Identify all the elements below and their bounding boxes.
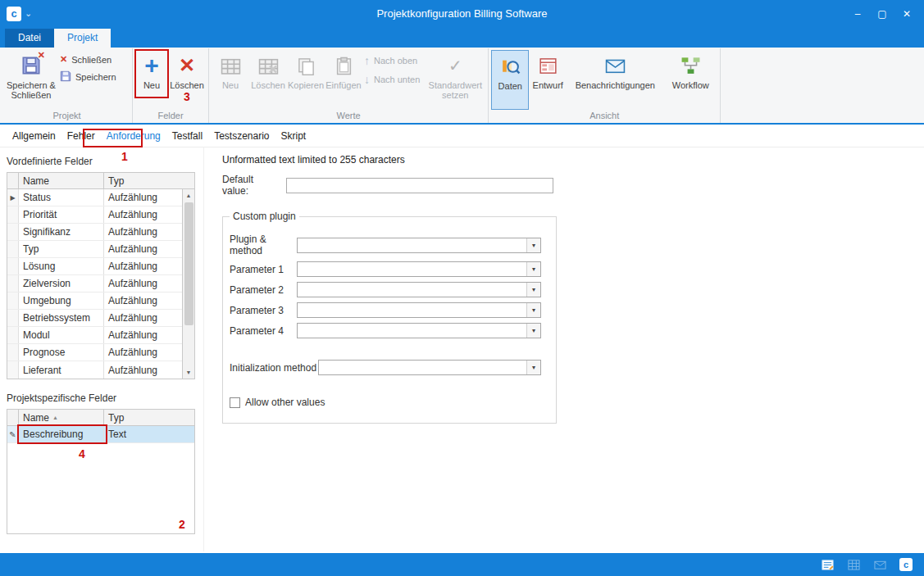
table-row[interactable]: ▶ Status Aufzählung: [7, 189, 182, 206]
sort-ascending-icon: ▲: [52, 415, 58, 420]
quick-access-caret-icon[interactable]: ⌄: [25, 8, 32, 19]
statusbar-grid-icon[interactable]: [847, 558, 860, 571]
copy-value-button[interactable]: Kopieren: [287, 50, 325, 110]
delete-field-icon: ✕: [179, 53, 195, 78]
new-field-button[interactable]: + Neu: [135, 50, 168, 110]
group-label-ansicht: Ansicht: [489, 110, 720, 123]
save-project-icon: [60, 70, 71, 84]
view-daten-button[interactable]: Daten: [491, 50, 529, 110]
tab-anforderung[interactable]: Anforderung: [101, 126, 166, 146]
column-header-name[interactable]: Name: [19, 173, 104, 188]
table-row[interactable]: TypAufzählung: [7, 241, 182, 258]
statusbar-mail-icon[interactable]: [873, 558, 886, 571]
column-header-name[interactable]: Name▲: [19, 410, 104, 425]
default-value-label: Default value:: [222, 174, 280, 197]
save-close-icon: ✕: [21, 53, 41, 78]
new-value-icon: [221, 53, 241, 78]
set-default-button[interactable]: ✓ Standardwert setzen: [425, 50, 485, 110]
table-row[interactable]: PrognoseAufzählung: [7, 344, 182, 361]
column-header-typ[interactable]: Typ: [104, 410, 194, 425]
maximize-button[interactable]: ▢: [870, 3, 894, 25]
content-area: Vordefinierte Felder Name Typ ▶ Status A…: [0, 147, 924, 551]
table-header: Name Typ: [7, 173, 194, 189]
new-value-label: Neu: [222, 80, 239, 90]
move-down-button[interactable]: ↓ Nach unten: [362, 72, 425, 87]
view-tab-strip: Allgemein Fehler Anforderung Testfall Te…: [0, 125, 924, 147]
allow-other-values-checkbox[interactable]: [230, 397, 240, 408]
table-row[interactable]: BetriebssystemAufzählung: [7, 310, 182, 327]
close-button[interactable]: ✕: [894, 3, 919, 25]
copy-value-label: Kopieren: [288, 80, 324, 90]
ribbon-tab-projekt[interactable]: Projekt: [54, 29, 111, 48]
field-detail-panel: Unformatted text limited to 255 characte…: [203, 147, 924, 551]
daten-label: Daten: [498, 81, 522, 91]
scroll-down-icon[interactable]: ▼: [183, 366, 195, 379]
dropdown-arrow-icon[interactable]: ▾: [526, 324, 540, 338]
set-default-icon: ✓: [448, 53, 462, 78]
table-header: Name▲ Typ: [7, 410, 194, 426]
save-and-close-button[interactable]: ✕ Speichern & Schließen: [4, 50, 58, 110]
edit-pencil-icon: ✎: [7, 426, 19, 442]
move-up-button[interactable]: ↑ Nach oben: [362, 53, 425, 68]
table-row[interactable]: ZielversionAufzählung: [7, 275, 182, 293]
statusbar-fields-icon[interactable]: [821, 558, 834, 571]
tab-fehler[interactable]: Fehler: [61, 126, 101, 146]
new-value-button[interactable]: Neu: [212, 50, 249, 110]
scrollbar-thumb[interactable]: [184, 202, 193, 325]
tab-testszenario[interactable]: Testszenario: [208, 126, 275, 146]
table-row[interactable]: UmgebungAufzählung: [7, 293, 182, 310]
project-fields-title: Projektspezifische Felder: [7, 392, 197, 404]
table-row[interactable]: LösungAufzählung: [7, 258, 182, 275]
plugin-method-label: Plugin & method: [230, 234, 297, 256]
delete-value-label: Löschen: [251, 80, 285, 90]
scroll-up-icon[interactable]: ▲: [183, 189, 195, 202]
tab-skript[interactable]: Skript: [275, 126, 312, 146]
dropdown-arrow-icon[interactable]: ▾: [526, 283, 540, 297]
delete-field-button[interactable]: ✕ Löschen: [168, 50, 206, 110]
view-benachrichtigungen-button[interactable]: Benachrichtigungen: [567, 50, 663, 110]
dropdown-arrow-icon[interactable]: ▾: [526, 262, 540, 276]
set-default-label: Standardwert setzen: [426, 80, 484, 100]
ribbon: ✕ Speichern & Schließen ✕ Schließen Spei…: [0, 48, 924, 125]
parameter-2-combobox[interactable]: ▾: [297, 282, 541, 297]
parameter-4-combobox[interactable]: ▾: [297, 323, 541, 338]
dropdown-arrow-icon[interactable]: ▾: [526, 303, 540, 317]
paste-value-button[interactable]: Einfügen: [325, 50, 362, 110]
save-close-label: Speichern & Schließen: [6, 80, 57, 100]
workflow-label: Workflow: [672, 80, 709, 90]
view-entwurf-button[interactable]: Entwurf: [529, 50, 567, 110]
table-row[interactable]: ModulAufzählung: [7, 327, 182, 344]
entwurf-label: Entwurf: [533, 80, 563, 90]
titlebar: c ⌄ Projektkonfiguration Billing Softwar…: [0, 0, 924, 27]
tab-allgemein[interactable]: Allgemein: [7, 126, 61, 146]
move-down-icon: ↓: [364, 73, 370, 86]
initialization-method-combobox[interactable]: ▾: [318, 360, 541, 375]
field-type-hint: Unformatted text limited to 255 characte…: [222, 154, 924, 166]
table-row-beschreibung[interactable]: ✎ Beschreibung Text: [7, 426, 194, 443]
minimize-button[interactable]: –: [845, 3, 870, 25]
column-header-typ[interactable]: Typ: [104, 173, 182, 188]
dropdown-arrow-icon[interactable]: ▾: [526, 238, 540, 252]
view-workflow-button[interactable]: Workflow: [663, 50, 717, 110]
ribbon-tab-datei[interactable]: Datei: [5, 29, 54, 48]
parameter-1-label: Parameter 1: [230, 264, 297, 275]
dropdown-arrow-icon[interactable]: ▾: [526, 361, 540, 374]
statusbar-app-logo-icon[interactable]: c: [899, 558, 913, 571]
parameter-3-combobox[interactable]: ▾: [297, 302, 541, 318]
table-row[interactable]: PrioritätAufzählung: [7, 206, 182, 224]
app-logo-icon: c: [7, 7, 21, 21]
save-project-button[interactable]: Speichern: [58, 70, 121, 84]
move-up-icon: ↑: [364, 54, 370, 67]
tab-testfall[interactable]: Testfall: [166, 126, 208, 146]
close-project-button[interactable]: ✕ Schließen: [58, 53, 121, 66]
default-value-input[interactable]: [286, 178, 553, 193]
ribbon-group-werte: Neu Löschen Kopieren Einfügen ↑ Nach obe…: [209, 48, 489, 123]
plugin-method-combobox[interactable]: ▾: [297, 238, 541, 253]
parameter-2-label: Parameter 2: [230, 284, 297, 296]
close-project-icon: ✕: [60, 54, 67, 65]
delete-value-button[interactable]: Löschen: [249, 50, 287, 110]
table-row[interactable]: LieferantAufzählung: [7, 361, 182, 379]
table-row[interactable]: SignifikanzAufzählung: [7, 224, 182, 241]
parameter-1-combobox[interactable]: ▾: [297, 261, 541, 277]
table-scrollbar[interactable]: ▲ ▼: [182, 189, 194, 379]
